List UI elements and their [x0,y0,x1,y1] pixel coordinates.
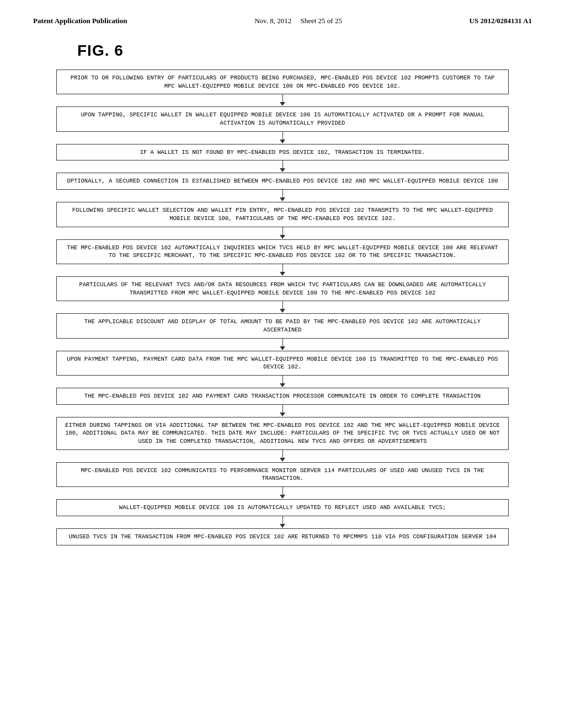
header-date: Nov. 8, 2012 [254,17,291,25]
flow-arrow-11 [280,450,285,462]
header-sheet: Sheet 25 of 25 [300,17,342,25]
flow-box-11: EITHER DURING TAPPINGS OR VIA ADDITIONAL… [56,417,509,450]
flow-arrow-6 [280,264,285,276]
flow-box-10: THE MPC-ENABLED POS DEVICE 102 AND PAYME… [56,388,509,405]
flow-arrow-5 [280,227,285,239]
flow-arrow-7 [280,301,285,313]
flow-arrow-3 [280,160,285,173]
flow-arrow-4 [280,190,285,202]
page: Patent Application Publication Nov. 8, 2… [0,0,565,728]
flow-box-2: UPON TAPPING, SPECIFIC WALLET IN WALLET … [56,106,509,131]
flow-box-8: THE APPLICABLE DISCOUNT AND DISPLAY OF T… [56,313,509,338]
flow-box-7: PARTICULARS OF THE RELEVANT TVCS AND/OR … [56,276,509,301]
header-sheet-info: Nov. 8, 2012 Sheet 25 of 25 [254,17,342,25]
flow-box-9: UPON PAYMENT TAPPING, PAYMENT CARD DATA … [56,351,509,376]
flow-box-3: IF A WALLET IS NOT FOUND BY MPC-ENABLED … [56,144,509,161]
flow-arrow-9 [280,376,285,388]
flow-arrow-2 [280,132,285,144]
flow-box-4: OPTIONALLY, A SECURED CONNECTION IS ESTA… [56,173,509,190]
flowchart: PRIOR TO OR FOLLOWING ENTRY OF PARTICULA… [33,69,532,545]
fig-label: FIG. 6 [77,42,124,59]
flow-box-6: THE MPC-ENABLED POS DEVICE 102 AUTOMATIC… [56,239,509,264]
flow-arrow-8 [280,339,285,351]
flow-box-5: FOLLOWING SPECIFIC WALLET SELECTION AND … [56,202,509,227]
flow-box-1: PRIOR TO OR FOLLOWING ENTRY OF PARTICULA… [56,69,509,94]
flow-arrow-10 [280,405,285,417]
header-patent-number: US 2012/0284131 A1 [470,17,532,25]
figure-title: FIG. 6 [77,42,532,60]
header-publication-label: Patent Application Publication [33,17,127,25]
flow-arrow-12 [280,487,285,499]
flow-box-13: WALLET-EQUIPPED MOBILE DEVICE 100 IS AUT… [56,499,509,516]
flow-arrow-1 [280,94,285,106]
flow-arrow-13 [280,516,285,528]
flow-box-14: UNUSED TVCS IN THE TRANSACTION FROM MPC-… [56,528,509,545]
page-header: Patent Application Publication Nov. 8, 2… [33,17,532,25]
flow-box-12: MPC-ENABLED POS DEVICE 102 COMMUNICATES … [56,462,509,487]
